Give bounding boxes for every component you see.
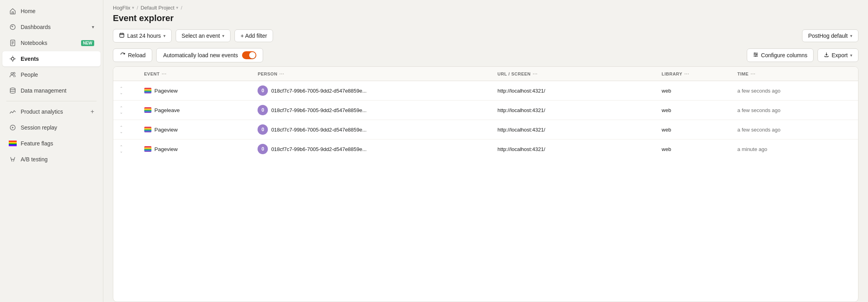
- breadcrumb-default-project[interactable]: Default Project ▾: [141, 5, 178, 11]
- library-cell: web: [656, 81, 732, 101]
- svg-rect-7: [9, 141, 17, 141]
- breadcrumb-sep-1: /: [137, 5, 138, 11]
- plus-icon[interactable]: +: [91, 108, 94, 115]
- person-avatar: 0: [258, 144, 268, 154]
- url-cell[interactable]: http://localhost:4321/: [492, 81, 656, 101]
- chevron-right-icon-2: ▾: [176, 5, 178, 10]
- person-id: 018cf7c7-99b6-7005-9dd2-d547e8859e...: [271, 127, 366, 133]
- chevron-down-icon: ▾: [92, 24, 94, 30]
- action-bar: Reload Automatically load new events Con…: [103, 48, 868, 66]
- person-id: 018cf7c7-99b6-7005-9dd2-d547e8859e...: [271, 88, 366, 94]
- library-cell: web: [656, 101, 732, 120]
- event-select-button[interactable]: Select an event ▾: [176, 29, 231, 42]
- notebooks-icon: [9, 39, 17, 47]
- sidebar-item-home[interactable]: Home: [2, 4, 101, 19]
- svg-rect-36: [144, 150, 151, 151]
- configure-columns-button[interactable]: Configure columns: [747, 48, 814, 62]
- person-cell[interactable]: 0 018cf7c7-99b6-7005-9dd2-d547e8859e...: [252, 139, 492, 159]
- person-cell[interactable]: 0 018cf7c7-99b6-7005-9dd2-d547e8859e...: [252, 101, 492, 120]
- svg-rect-16: [144, 90, 151, 91]
- action-bar-right: Configure columns Export ▾: [747, 48, 858, 62]
- library-cell: web: [656, 139, 732, 159]
- row-expander-cell: ⌃ ⌄: [113, 101, 139, 120]
- person-avatar: 0: [258, 105, 268, 115]
- new-badge: NEW: [81, 40, 94, 46]
- breadcrumb-hogflix[interactable]: HogFlix ▾: [113, 5, 134, 11]
- sidebar-item-events[interactable]: Events: [2, 51, 101, 66]
- event-cell[interactable]: Pageleave: [139, 101, 252, 120]
- svg-point-2: [11, 57, 14, 60]
- sidebar-item-product-analytics[interactable]: Product analytics +: [2, 104, 101, 119]
- person-cell[interactable]: 0 018cf7c7-99b6-7005-9dd2-d547e8859e...: [252, 81, 492, 101]
- svg-rect-8: [9, 141, 17, 142]
- table-row[interactable]: ⌃ ⌄ Pageview 0 018cf7c7-99b6-7005-9dd2-d…: [113, 81, 858, 101]
- data-management-icon: [9, 87, 17, 95]
- row-expander[interactable]: ⌃ ⌄: [119, 125, 133, 135]
- auto-load-toggle-container: Automatically load new events: [156, 48, 263, 62]
- sidebar-item-product-analytics-label: Product analytics: [21, 108, 63, 115]
- col-library-options[interactable]: ···: [684, 71, 689, 77]
- sidebar-item-notebooks[interactable]: Notebooks NEW: [2, 35, 101, 50]
- svg-rect-13: [120, 33, 124, 37]
- table-row[interactable]: ⌃ ⌄ Pageview 0 018cf7c7-99b6-7005-9dd2-d…: [113, 120, 858, 139]
- sidebar-item-dashboards[interactable]: Dashboards ▾: [2, 19, 101, 35]
- url-cell[interactable]: http://localhost:4321/: [492, 101, 656, 120]
- add-filter-button[interactable]: + Add filter: [234, 29, 273, 42]
- reload-button[interactable]: Reload: [113, 48, 152, 62]
- breadcrumb-sep-2: /: [181, 5, 182, 11]
- sidebar-item-feature-flags[interactable]: Feature flags: [2, 136, 101, 151]
- col-library-header: LIBRARY ···: [656, 67, 732, 81]
- col-url-options[interactable]: ···: [533, 71, 537, 77]
- event-name: Pageview: [155, 127, 178, 133]
- person-avatar: 0: [258, 124, 268, 135]
- auto-load-toggle[interactable]: [242, 51, 256, 59]
- row-expander-cell: ⌃ ⌄: [113, 81, 139, 101]
- time-filter-button[interactable]: Last 24 hours ▾: [113, 29, 172, 43]
- sidebar-item-session-replay[interactable]: Session replay: [2, 120, 101, 135]
- dataset-button[interactable]: PostHog default ▾: [802, 29, 858, 42]
- row-expander[interactable]: ⌃ ⌄: [119, 86, 133, 96]
- svg-point-3: [11, 73, 13, 75]
- event-cell[interactable]: Pageview: [139, 120, 252, 139]
- table-row[interactable]: ⌃ ⌄ Pageview 0 018cf7c7-99b6-7005-9dd2-d…: [113, 139, 858, 159]
- svg-rect-9: [9, 143, 17, 143]
- person-avatar: 0: [258, 85, 268, 96]
- url-cell[interactable]: http://localhost:4321/: [492, 120, 656, 139]
- time-cell: a few seconds ago: [732, 120, 858, 139]
- row-expander[interactable]: ⌃ ⌄: [119, 105, 133, 115]
- people-icon: [9, 71, 17, 79]
- svg-rect-23: [144, 110, 151, 111]
- person-id: 018cf7c7-99b6-7005-9dd2-d547e8859e...: [271, 107, 366, 113]
- col-event-options[interactable]: ···: [162, 71, 167, 77]
- event-cell[interactable]: Pageview: [139, 81, 252, 101]
- svg-rect-11: [9, 144, 17, 145]
- event-name: Pageview: [155, 146, 178, 152]
- page-title: Event explorer: [103, 12, 868, 29]
- chevron-down-icon: ▾: [163, 33, 166, 39]
- sidebar-item-ab-testing[interactable]: A/B testing: [2, 152, 101, 167]
- svg-rect-26: [144, 127, 151, 128]
- svg-rect-20: [144, 107, 151, 108]
- export-button[interactable]: Export ▾: [818, 48, 858, 62]
- svg-rect-18: [144, 91, 151, 92]
- session-replay-icon: [9, 124, 17, 132]
- sidebar-item-notebooks-label: Notebooks: [21, 40, 47, 46]
- svg-rect-34: [144, 148, 151, 149]
- svg-point-5: [10, 88, 15, 90]
- event-cell[interactable]: Pageview: [139, 139, 252, 159]
- svg-point-4: [13, 72, 15, 74]
- sidebar-item-feature-flags-label: Feature flags: [21, 140, 53, 147]
- url-cell[interactable]: http://localhost:4321/: [492, 139, 656, 159]
- sidebar-item-session-replay-label: Session replay: [21, 124, 57, 131]
- svg-rect-37: [144, 151, 151, 152]
- person-cell[interactable]: 0 018cf7c7-99b6-7005-9dd2-d547e8859e...: [252, 120, 492, 139]
- sidebar-item-data-management[interactable]: Data management: [2, 83, 101, 98]
- svg-rect-25: [144, 112, 151, 113]
- row-expander[interactable]: ⌃ ⌄: [119, 144, 133, 154]
- col-time-options[interactable]: ···: [751, 71, 756, 77]
- table-row[interactable]: ⌃ ⌄ Pageleave 0 018cf7c7-99b6-7005-9dd2-…: [113, 101, 858, 120]
- svg-rect-31: [144, 132, 151, 132]
- sidebar-divider: [6, 101, 97, 101]
- col-person-options[interactable]: ···: [279, 71, 284, 77]
- sidebar-item-people[interactable]: People: [2, 67, 101, 82]
